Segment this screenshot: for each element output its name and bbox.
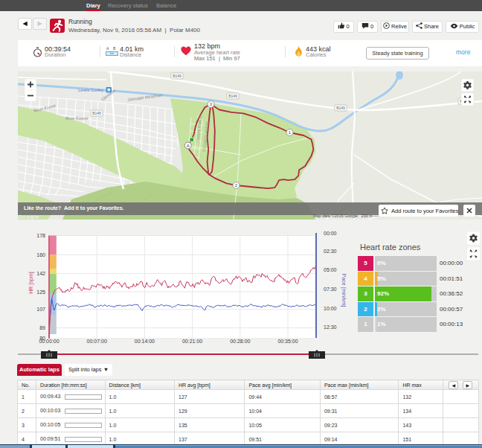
- svg-text:B149: B149: [228, 94, 237, 98]
- svg-text:89: 89: [39, 325, 45, 330]
- svg-text:00:35:00: 00:35:00: [277, 339, 298, 344]
- svg-text:125: 125: [36, 289, 45, 295]
- svg-text:00:00: 00:00: [324, 231, 337, 236]
- svg-text:River Forest: River Forest: [65, 116, 88, 121]
- svg-text:B149: B149: [336, 106, 345, 110]
- svg-text:Lewis Corley: Lewis Corley: [78, 88, 103, 92]
- svg-text:142: 142: [36, 271, 45, 276]
- svg-text:Google: Google: [18, 214, 39, 220]
- svg-text:10:00: 10:00: [324, 306, 337, 311]
- svg-text:00:07:00: 00:07:00: [87, 339, 107, 344]
- svg-text:00:21:00: 00:21:00: [182, 339, 202, 344]
- svg-text:178: 178: [36, 233, 45, 238]
- svg-text:00:00:00: 00:00:00: [39, 339, 59, 344]
- svg-text:HR [bpm]: HR [bpm]: [28, 272, 34, 294]
- svg-text:00:14:00: 00:14:00: [135, 339, 155, 344]
- svg-text:Like the route? Add it to you: Like the route? Add it to your Favorites…: [24, 205, 124, 211]
- svg-text:Add route to your Favorites: Add route to your Favorites: [391, 208, 459, 214]
- svg-text:05:00: 05:00: [324, 267, 337, 272]
- svg-text:B149: B149: [173, 74, 181, 78]
- svg-text:160: 160: [36, 252, 45, 257]
- svg-text:B148: B148: [92, 111, 101, 115]
- svg-text:Pace [min/km]: Pace [min/km]: [341, 274, 347, 307]
- svg-text:107: 107: [36, 307, 45, 312]
- svg-text:07:30: 07:30: [324, 287, 337, 292]
- svg-text:02:30: 02:30: [324, 249, 337, 254]
- svg-text:12:30: 12:30: [324, 324, 337, 330]
- svg-text:00:28:00: 00:28:00: [230, 339, 250, 344]
- svg-text:A: A: [187, 144, 190, 148]
- svg-text:Heart rate zones: Heart rate zones: [360, 243, 421, 252]
- svg-text:Map data ©2016 Google 200 m: Map data ©2016 Google 200 m ———: [313, 214, 386, 218]
